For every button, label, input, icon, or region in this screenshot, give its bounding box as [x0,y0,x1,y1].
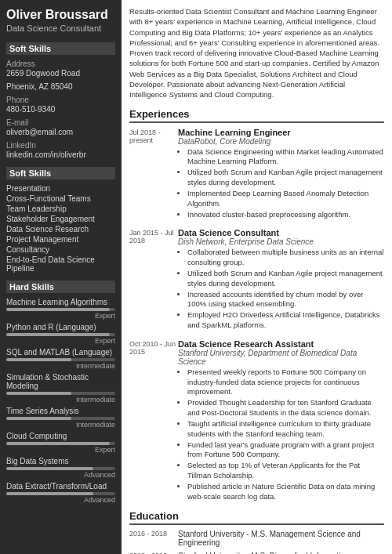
skill-level-label: Intermediate [6,362,115,370]
experience-item: Jan 2015 - Jul 2018Data Science Consulta… [129,228,384,331]
education-heading: Education [129,510,384,525]
skill-bar-bg [6,442,115,445]
person-name: Oliver Broussard [6,8,115,22]
soft-skills-heading: Soft Skills [6,167,115,179]
skill-bar-fill [6,308,110,311]
experience-bullet: Increased accounts identified by churn m… [187,290,384,310]
soft-skill-item: Project Management [6,235,115,244]
hard-skill-name: Cloud Computing [6,432,115,440]
hard-skill-item: Big Data SystemsAdvanced [6,457,115,479]
soft-skill-item: Stakeholder Engagement [6,215,115,223]
skill-bar-fill [6,467,93,470]
experience-content: Data Science Research AssistantStanford … [178,339,384,503]
phone-label: Phone [6,96,115,104]
experience-content: Data Science ConsultantDish Network, Ent… [178,228,384,331]
experience-bullet: Innovated cluster-based preprocessing al… [187,210,384,220]
hard-skill-item: Data Extract/Transform/LoadAdvanced [6,482,115,504]
skill-bar-bg [6,492,115,495]
linkedin-label: LinkedIn [6,141,115,150]
experience-bullets: Data Science Engineering within Market l… [178,147,384,220]
experience-bullet: Utilized both Scrum and Kanban Agile pro… [187,269,384,289]
hard-skill-name: Big Data Systems [6,457,115,465]
experience-company: Dish Network, Enterprise Data Science [178,237,384,246]
experience-bullet: Published article in Nature Scientific D… [187,482,384,502]
skill-bar-fill [6,417,71,420]
hard-skill-name: Simulation & Stochastic Modeling [6,373,115,390]
email-label: E-mail [6,118,115,127]
education-item: 2016 - 2018Stanford University - M.S. Ma… [129,530,384,547]
experience-title: Machine Learning Engineer [178,128,384,137]
soft-skill-item: Presentation [6,184,115,193]
skill-bar-bg [6,308,115,311]
soft-skill-item: Team Leadership [6,205,115,213]
experience-content: Machine Learning EngineerDataRobot, Core… [178,128,384,221]
hard-skills-heading: Hard Skills [6,281,115,293]
skill-bar-bg [6,467,115,470]
person-title: Data Science Consultant [6,24,115,33]
experience-title: Data Science Research Assistant [178,339,384,349]
email-value: oliverb@email.com [6,128,115,136]
experience-bullets: Presented weekly reports to Fortune 500 … [178,368,384,502]
experience-title: Data Science Consultant [178,228,384,237]
hard-skill-item: Machine Learning AlgorithmsExpert [6,298,115,320]
hard-skill-item: Python and R (Language)Expert [6,323,115,345]
education-content: Stanford University - M.S. Management Sc… [178,530,384,547]
skill-bar-bg [6,333,115,336]
experience-company: DataRobot, Core Modeling [178,137,384,146]
hard-skill-name: Machine Learning Algorithms [6,298,115,306]
education-dates: 2016 - 2018 [129,530,178,547]
skill-level-label: Expert [6,312,115,320]
soft-skill-item: End-to-End Data Science Pipeline [6,255,115,273]
personal-info-heading: Soft Skills [6,42,115,55]
skill-level-label: Expert [6,337,115,345]
skill-level-label: Intermediate [6,421,115,429]
soft-skill-item: Cross-Functional Teams [6,194,115,203]
hard-skill-name: Python and R (Language) [6,323,115,331]
experience-bullet: Taught artificial intelligence curriculu… [187,419,384,440]
experience-bullet: Presented weekly reports to Fortune 500 … [187,368,384,397]
skill-level-label: Expert [6,446,115,454]
skill-level-label: Advanced [6,471,115,479]
experience-company: Stanford University, Department of Biome… [178,349,384,366]
experience-bullet: Collaborated between multiple business u… [187,248,384,268]
skill-bar-fill [6,442,110,445]
hard-skill-name: Data Extract/Transform/Load [6,482,115,491]
city-state-value: Phoenix, AZ 85040 [6,82,115,91]
education-section: Education 2016 - 2018Stanford University… [129,510,384,554]
experience-item: Oct 2010 - Jun 2015Data Science Research… [129,339,384,503]
experience-bullet: Funded last year's graduate program with… [187,440,384,461]
skill-bar-fill [6,333,110,336]
experience-dates: Oct 2010 - Jun 2015 [129,339,178,503]
hard-skill-item: SQL and MATLAB (Language)Intermediate [6,348,115,370]
hard-skill-item: Simulation & Stochastic ModelingIntermed… [6,373,115,404]
skill-bar-fill [6,392,71,395]
skill-level-label: Intermediate [6,396,115,404]
summary-text: Results-oriented Data Scientist Consulta… [129,6,384,100]
experience-bullet: Implemented Deep Learning Based Anomaly … [187,189,384,209]
experiences-list: Jul 2018 - presentMachine Learning Engin… [129,128,384,503]
linkedin-value: linkedin.com/in/oliverbr [6,150,115,159]
experiences-section: Experiences Jul 2018 - presentMachine Le… [129,108,384,503]
skill-bar-bg [6,392,115,395]
experience-dates: Jan 2015 - Jul 2018 [129,228,178,331]
skill-bar-bg [6,417,115,420]
soft-skill-item: Data Science Research [6,225,115,234]
skill-bar-bg [6,358,115,361]
hard-skill-item: Time Series AnalysisIntermediate [6,407,115,429]
experience-bullet: Employed H2O Driverless Artificial Intel… [187,310,384,331]
address-value: 2659 Dogwood Road [6,69,115,78]
experience-dates: Jul 2018 - present [129,128,178,221]
skill-bar-fill [6,358,71,361]
hard-skill-name: SQL and MATLAB (Language) [6,348,115,357]
page-layout: Oliver Broussard Data Science Consultant… [0,0,392,554]
experience-bullet: Utilized both Scrum and Kanban Agile pro… [187,168,384,188]
experience-bullet: Provided Thought Leadership for ten Stan… [187,398,384,418]
main-content: Results-oriented Data Scientist Consulta… [122,0,392,554]
skill-bar-fill [6,492,93,495]
education-list: 2016 - 2018Stanford University - M.S. Ma… [129,530,384,554]
soft-skills-list: PresentationCross-Functional TeamsTeam L… [6,184,115,273]
phone-value: 480-510-9340 [6,105,115,114]
skill-level-label: Advanced [6,496,115,504]
experience-bullet: Selected as top 1% of Veteran Applicants… [187,461,384,481]
experience-item: Jul 2018 - presentMachine Learning Engin… [129,128,384,221]
